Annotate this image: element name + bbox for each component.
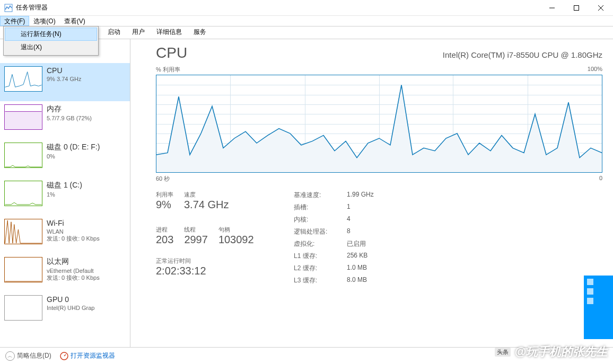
watermark-text: @玩手机的张先生 [515,344,608,360]
chart-label-tr: 100% [588,66,602,74]
svg-line-9 [64,354,66,356]
disk0-label: 磁盘 0 (D: E: F:) [47,143,100,152]
dropdown-exit[interactable]: 退出(X) [5,41,97,54]
logical-value: 8 [347,227,351,236]
processes-value: 203 [156,234,173,246]
virt-label: 虚拟化: [294,239,347,248]
l2-label: L2 缓存: [294,264,347,273]
svg-rect-5 [5,111,42,129]
sidebar-item-gpu[interactable]: GPU 0 Intel(R) UHD Grap [0,292,130,330]
desktop-peek [584,276,613,339]
sidebar[interactable]: CPU 9% 3.74 GHz 内存 5.7/7.9 GB (72%) 磁盘 0… [0,39,130,347]
memory-thumb [4,104,42,130]
chart-label-br: 0 [599,175,602,183]
base-speed-value: 1.99 GHz [347,191,374,200]
gpu-thumb [4,295,42,321]
main-panel: CPU Intel(R) Core(TM) i7-8550U CPU @ 1.8… [130,39,613,347]
handles-value: 103092 [218,234,254,246]
minimize-button[interactable] [540,0,564,16]
resource-monitor-link[interactable]: 打开资源监视器 [60,351,115,360]
menu-file[interactable]: 文件(F) [0,16,29,26]
tab-users[interactable]: 用户 [126,25,151,39]
memory-stats: 5.7/7.9 GB (72%) [47,115,92,121]
cores-label: 内核: [294,215,347,224]
cpu-chart [156,75,602,173]
file-dropdown: 运行新任务(N) 退出(X) [3,26,99,56]
menu-view[interactable]: 查看(V) [60,16,90,26]
ethernet-stats: 发送: 0 接收: 0 Kbps [47,274,100,282]
uptime-label: 正常运行时间 [156,257,283,265]
chart-label-bl: 60 秒 [156,175,170,183]
app-icon [4,4,13,12]
menu-options[interactable]: 选项(O) [29,16,59,26]
disk1-label: 磁盘 1 (C:) [47,181,82,190]
threads-label: 线程 [184,226,208,234]
close-button[interactable] [589,0,613,16]
cpu-label: CPU [47,66,81,75]
logical-label: 逻辑处理器: [294,227,347,236]
maximize-button[interactable] [564,0,589,16]
main-title: CPU [156,45,187,61]
disk1-thumb [4,181,42,206]
chevron-up-icon: ︿ [5,351,15,361]
cpu-stats: 9% 3.74 GHz [47,76,81,82]
titlebar: 任务管理器 [0,0,613,16]
wifi-thumb [4,219,42,244]
ethernet-sublabel: vEthernet (Default [47,268,100,274]
sidebar-item-wifi[interactable]: Wi-Fi WLAN 发送: 0 接收: 0 Kbps [0,216,130,254]
disk0-stats: 0% [47,153,100,159]
handles-label: 句柄 [218,226,254,234]
watermark: 头条 @玩手机的张先生 [495,344,608,360]
disk0-thumb [4,143,42,168]
sidebar-item-ethernet[interactable]: 以太网 vEthernet (Default 发送: 0 接收: 0 Kbps [0,254,130,292]
chart-label-tl: % 利用率 [156,66,180,74]
cores-value: 4 [347,215,351,224]
l2-value: 1.0 MB [347,264,367,273]
memory-label: 内存 [47,104,92,114]
dropdown-new-task[interactable]: 运行新任务(N) [5,28,97,41]
processes-label: 进程 [156,226,173,234]
tab-startup[interactable]: 启动 [102,25,126,39]
threads-value: 2997 [184,234,208,246]
sockets-value: 1 [347,203,351,212]
speed-value: 3.74 GHz [184,199,229,211]
utilization-value: 9% [156,199,173,211]
sidebar-item-cpu[interactable]: CPU 9% 3.74 GHz [0,63,130,101]
l3-value: 8.0 MB [347,276,367,285]
wifi-label: Wi-Fi [47,219,100,227]
svg-rect-2 [574,5,579,10]
wifi-stats: 发送: 0 接收: 0 Kbps [47,235,100,243]
menubar: 文件(F) 选项(O) 查看(V) [0,16,613,26]
sockets-label: 插槽: [294,203,347,212]
uptime-value: 2:02:33:12 [156,265,283,277]
speed-label: 速度 [184,191,229,199]
fewer-details-button[interactable]: ︿ 简略信息(D) [5,351,51,361]
watermark-badge: 头条 [495,348,511,357]
sidebar-item-memory[interactable]: 内存 5.7/7.9 GB (72%) [0,101,130,139]
cpu-thumb [4,66,42,92]
tab-details[interactable]: 详细信息 [151,25,188,39]
wifi-sublabel: WLAN [47,228,100,235]
gpu-sublabel: Intel(R) UHD Grap [47,305,94,311]
l3-label: L3 缓存: [294,276,347,285]
sidebar-item-disk1[interactable]: 磁盘 1 (C:) 1% [0,177,130,216]
tab-services[interactable]: 服务 [188,25,212,39]
ethernet-thumb [4,257,42,282]
utilization-label: 利用率 [156,191,173,199]
ethernet-label: 以太网 [47,257,100,267]
gpu-label: GPU 0 [47,295,94,304]
window-title: 任务管理器 [16,3,540,12]
base-speed-label: 基准速度: [294,191,347,200]
l1-label: L1 缓存: [294,252,347,261]
perf-icon [60,352,68,360]
virt-value: 已启用 [347,239,366,248]
sidebar-item-disk0[interactable]: 磁盘 0 (D: E: F:) 0% [0,139,130,177]
main-subtitle: Intel(R) Core(TM) i7-8550U CPU @ 1.80GHz [443,50,602,59]
disk1-stats: 1% [47,191,82,198]
l1-value: 256 KB [347,252,367,261]
